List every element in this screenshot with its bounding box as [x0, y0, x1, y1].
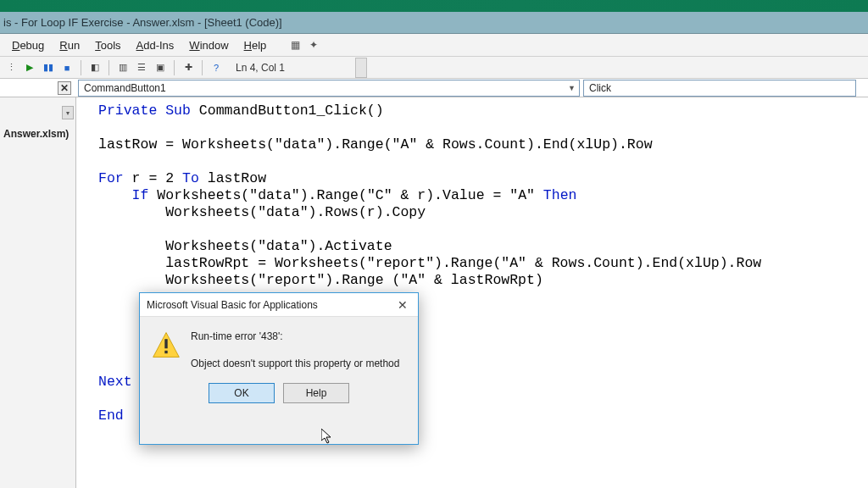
close-pane-icon[interactable]: ✕ [58, 81, 71, 95]
error-dialog: Microsoft Visual Basic for Applications … [139, 292, 419, 445]
stop-icon[interactable]: ■ [59, 60, 75, 75]
kw-for: For [98, 170, 124, 186]
code-text: r = 2 [124, 170, 182, 186]
close-icon[interactable]: ✕ [394, 298, 411, 312]
toolbox-icon[interactable]: ✚ [181, 60, 196, 75]
code-text: Worksheets("data").Rows(r).Copy [98, 204, 426, 220]
menu-run[interactable]: Run [54, 37, 85, 53]
menu-tools[interactable]: Tools [90, 37, 125, 53]
toolbar-icon-a[interactable]: ▦ [288, 38, 302, 52]
kw-sub: Sub [165, 103, 191, 119]
code-text: CommandButton1_Click() [191, 103, 384, 119]
code-text: lastRow [199, 170, 266, 186]
code-text [124, 408, 132, 424]
ok-button[interactable]: OK [209, 383, 275, 403]
run-icon[interactable]: ▶ [22, 60, 37, 75]
code-text: & r).Value = [392, 187, 510, 203]
menu-window[interactable]: Window [184, 37, 233, 53]
help-icon[interactable]: ? [209, 60, 224, 75]
code-header-row: ✕ CommandButton1 ▼ Click [0, 79, 868, 97]
kw-if: If [132, 187, 149, 203]
menu-debug[interactable]: Debug [7, 37, 49, 53]
menu-addins[interactable]: Add-Ins [131, 37, 180, 53]
code-text: lastRow = Worksheets( [98, 136, 275, 152]
code-text: ).Range( [300, 187, 367, 203]
kw-private: Private [98, 103, 157, 119]
project-explorer[interactable]: ▾ Answer.xlsm) [0, 97, 76, 488]
app-top-strip [0, 0, 868, 12]
code-text: Worksheets( [148, 187, 249, 203]
code-str: "data" [249, 187, 299, 203]
warning-icon [152, 330, 181, 359]
object-dropdown[interactable]: CommandButton1 ▼ [78, 80, 580, 97]
project-collapse-icon[interactable]: ▾ [62, 106, 74, 119]
procedure-dropdown-value: Click [589, 82, 611, 94]
cursor-position: Ln 4, Col 1 [227, 62, 285, 74]
dialog-error-message: Object doesn't support this property or … [191, 358, 399, 369]
toolbar-scroll-thumb[interactable] [355, 58, 367, 78]
code-str: "A" [392, 136, 418, 152]
toolbar-icon-b[interactable]: ✦ [307, 38, 320, 52]
svg-rect-2 [164, 351, 167, 353]
code-text: Worksheets("report").Range ("A" & lastRo… [98, 272, 543, 288]
code-text: Worksheets("data").Activate [98, 238, 392, 254]
code-str: "A" [509, 187, 535, 203]
project-file-label[interactable]: Answer.xlsm) [3, 128, 69, 140]
chevron-down-icon: ▼ [568, 84, 576, 92]
workspace: ▾ Answer.xlsm) Private Sub CommandButton… [0, 97, 868, 488]
dialog-titlebar[interactable]: Microsoft Visual Basic for Applications … [140, 293, 418, 317]
code-str: "C" [367, 187, 392, 203]
kw-end: End [98, 408, 124, 424]
dialog-title: Microsoft Visual Basic for Applications [147, 299, 318, 311]
object-browser-icon[interactable]: ▣ [153, 60, 168, 75]
code-text: ).Range( [325, 136, 392, 152]
menu-bar: Debug Run Tools Add-Ins Window Help ▦ ✦ [0, 34, 868, 57]
dialog-error-code: Run-time error '438': [191, 330, 399, 342]
pause-icon[interactable]: ▮▮ [41, 60, 56, 75]
code-text [535, 187, 543, 203]
design-mode-icon[interactable]: ◧ [87, 60, 103, 75]
tool-separator-icon: ⋮ [3, 60, 19, 75]
procedure-dropdown[interactable]: Click [583, 80, 856, 97]
kw-to: To [182, 170, 199, 186]
object-dropdown-value: CommandButton1 [84, 82, 166, 94]
code-text [98, 187, 132, 203]
kw-next: Next [98, 374, 132, 390]
window-title: is - For Loop IF Exercise - Answer.xlsm … [3, 16, 282, 29]
menu-help[interactable]: Help [239, 37, 272, 53]
help-button[interactable]: Help [283, 383, 349, 403]
kw-then: Then [543, 187, 577, 203]
code-text: lastRowRpt = Worksheets("report").Range(… [98, 255, 761, 271]
toolbar: ⋮ ▶ ▮▮ ■ ◧ ▥ ☰ ▣ ✚ ? Ln 4, Col 1 [0, 57, 868, 79]
window-title-bar: is - For Loop IF Exercise - Answer.xlsm … [0, 12, 868, 34]
properties-icon[interactable]: ☰ [134, 60, 149, 75]
svg-rect-1 [164, 339, 167, 348]
project-explorer-icon[interactable]: ▥ [115, 60, 131, 75]
code-str: "data" [275, 136, 325, 152]
code-text: & Rows.Count).End(xlUp).Row [417, 136, 652, 152]
